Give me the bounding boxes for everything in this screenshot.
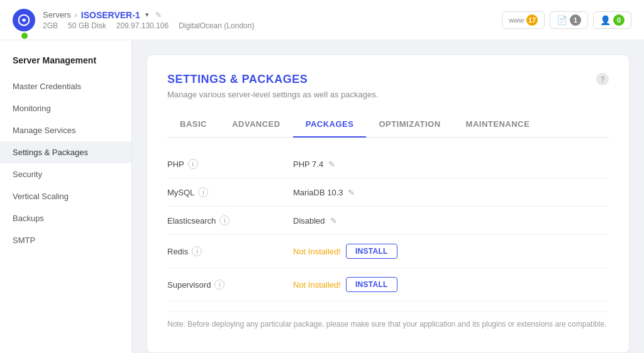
breadcrumb-arrow: › [75,11,77,19]
content-card: SETTINGS & PACKAGES Manage various serve… [147,55,629,352]
package-label-php: PHP [167,160,184,169]
table-row: Elasticsearch i Disabled ✎ [167,207,609,235]
sidebar-item-master-credentials[interactable]: Master Credentials [0,75,131,97]
user-badge[interactable]: 👤 0 [593,11,631,29]
package-name-mysql: MySQL i [167,187,293,197]
packages-note: Note: Before deploying any particular pa… [167,312,609,329]
www-badge[interactable]: www 17 [502,11,545,29]
mysql-info-icon[interactable]: i [198,187,208,197]
server-provider: DigitalOcean (London) [179,21,254,30]
server-disk: 50 GB Disk [68,21,106,30]
mysql-edit-icon[interactable]: ✎ [348,188,355,197]
online-indicator [21,33,28,39]
supervisord-not-installed: Not Installed! [293,280,341,290]
sidebar-title: Server Management [0,55,131,75]
dropdown-icon[interactable]: ▾ [145,11,149,19]
layout: Server Management Master Credentials Mon… [0,40,644,353]
package-label-mysql: MySQL [167,188,194,197]
header-right: www 17 📄 1 👤 0 [502,11,631,29]
package-value-supervisord: Not Installed! INSTALL [293,277,397,292]
table-row: Supervisord i Not Installed! INSTALL [167,268,609,301]
sidebar-item-settings-packages[interactable]: Settings & Packages [0,141,131,163]
sidebar-item-smtp[interactable]: SMTP [0,229,131,251]
package-label-redis: Redis [167,247,188,256]
file-badge[interactable]: 📄 1 [550,11,588,29]
server-meta: 2GB 50 GB Disk 209.97.130.106 DigitalOce… [43,21,254,30]
sidebar-item-backups[interactable]: Backups [0,207,131,229]
breadcrumb: Servers › ISOSERVER-1 ▾ ✎ [43,10,254,20]
card-subtitle: Manage various server-level settings as … [167,90,378,99]
package-value-mysql: MariaDB 10.3 ✎ [293,188,355,197]
sidebar: Server Management Master Credentials Mon… [0,40,132,353]
table-row: MySQL i MariaDB 10.3 ✎ [167,178,609,207]
sidebar-item-security[interactable]: Security [0,163,131,185]
redis-install-button[interactable]: INSTALL [346,244,397,259]
mysql-version: MariaDB 10.3 [293,188,343,197]
elasticsearch-info-icon[interactable]: i [219,215,230,225]
package-name-php: PHP i [167,159,293,169]
package-value-elasticsearch: Disabled ✎ [293,216,337,225]
file-icon: 📄 [557,15,567,25]
card-header: SETTINGS & PACKAGES Manage various serve… [167,73,609,99]
package-value-php: PHP 7.4 ✎ [293,160,335,169]
user-icon: 👤 [600,15,611,25]
php-info-icon[interactable]: i [188,159,198,169]
table-row: Redis i Not Installed! INSTALL [167,235,609,268]
package-label-elasticsearch: Elasticsearch [167,216,216,225]
help-icon[interactable]: ? [596,73,609,85]
supervisord-install-button[interactable]: INSTALL [346,277,397,292]
main-content: SETTINGS & PACKAGES Manage various serve… [132,40,644,353]
server-info: Servers › ISOSERVER-1 ▾ ✎ 2GB 50 GB Disk… [43,10,254,30]
header-left: Servers › ISOSERVER-1 ▾ ✎ 2GB 50 GB Disk… [13,9,254,31]
package-name-elasticsearch: Elasticsearch i [167,215,293,225]
table-row: PHP i PHP 7.4 ✎ [167,150,609,178]
packages-table: PHP i PHP 7.4 ✎ MySQL i MariaDB 10 [167,138,609,335]
tab-maintenance[interactable]: MAINTENANCE [453,112,543,138]
redis-not-installed: Not Installed! [293,247,341,256]
user-count: 0 [613,14,625,26]
header: Servers › ISOSERVER-1 ▾ ✎ 2GB 50 GB Disk… [0,0,644,40]
elasticsearch-edit-icon[interactable]: ✎ [330,216,337,225]
logo [13,9,35,31]
supervisord-info-icon[interactable]: i [214,280,225,290]
tab-optimization[interactable]: OPTIMIZATION [366,112,453,138]
sidebar-item-monitoring[interactable]: Monitoring [0,97,131,119]
card-title: SETTINGS & PACKAGES [167,73,378,86]
breadcrumb-servers[interactable]: Servers [43,10,71,19]
php-version: PHP 7.4 [293,160,323,169]
php-edit-icon[interactable]: ✎ [328,160,335,169]
www-label: www [509,16,524,24]
server-ip: 209.97.130.106 [116,21,169,30]
tab-packages[interactable]: PACKAGES [293,112,367,138]
www-count: 17 [526,14,538,26]
server-ram: 2GB [43,21,58,30]
tab-advanced[interactable]: ADVANCED [219,112,293,138]
edit-server-icon[interactable]: ✎ [155,11,162,19]
package-name-supervisord: Supervisord i [167,280,293,290]
card-header-text: SETTINGS & PACKAGES Manage various serve… [167,73,378,99]
elasticsearch-status: Disabled [293,216,325,225]
package-name-redis: Redis i [167,246,293,256]
breadcrumb-current-server: ISOSERVER-1 [81,10,140,20]
tabs: BASIC ADVANCED PACKAGES OPTIMIZATION MAI… [167,112,609,138]
file-count: 1 [570,14,581,26]
sidebar-item-vertical-scaling[interactable]: Vertical Scaling [0,185,131,207]
redis-info-icon[interactable]: i [192,246,202,256]
sidebar-item-manage-services[interactable]: Manage Services [0,119,131,141]
tab-basic[interactable]: BASIC [167,112,219,138]
package-value-redis: Not Installed! INSTALL [293,244,397,259]
package-label-supervisord: Supervisord [167,280,211,290]
